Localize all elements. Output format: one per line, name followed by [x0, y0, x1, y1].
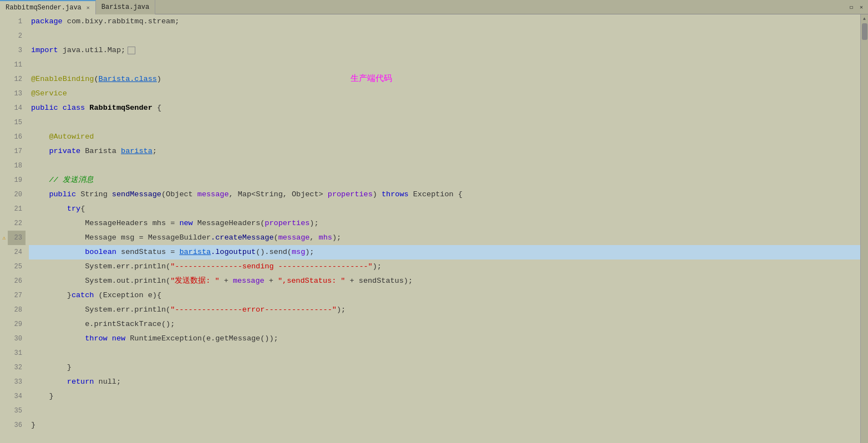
- linenum-30: 30: [8, 332, 26, 346]
- close-26: );: [404, 274, 413, 288]
- brace-try: {: [80, 202, 85, 216]
- linenum-32: 32: [8, 360, 26, 375]
- linenum-33: 33: [8, 375, 26, 389]
- line-21: try{: [29, 202, 860, 216]
- linenum-27: 27: [8, 288, 26, 303]
- todo-box: [128, 47, 135, 54]
- eq-24: =: [170, 245, 175, 259]
- scrollbar-right[interactable]: ▲: [860, 14, 868, 443]
- gutter-30: [0, 332, 8, 346]
- linenum-17: 17: [8, 144, 26, 159]
- arg-properties: properties: [265, 216, 309, 231]
- line-30: throw new RuntimeException(e.getMessage(…: [29, 332, 860, 346]
- line-12: @EnableBinding(Barista.class) 生产端代码: [29, 72, 860, 86]
- linenum-1: 1: [8, 14, 26, 29]
- type-object: Object: [166, 187, 193, 202]
- arg-mhs: mhs: [319, 231, 332, 245]
- editor-container: RabbitmqSender.java ✕ Barista.java ◻ ✕: [0, 0, 868, 443]
- gutter-23: ⚠: [0, 231, 8, 245]
- var-sendstatus: sendStatus: [121, 245, 166, 259]
- gutter-16: [0, 130, 8, 144]
- var-ss-26: sendStatus: [359, 274, 404, 288]
- close-28: );: [337, 303, 346, 317]
- gutter-25: [0, 259, 8, 274]
- code-content[interactable]: package com.bixy.rabbitmq.stream; import…: [29, 14, 860, 443]
- linenum-26: 26: [8, 274, 26, 288]
- comma-23: ,: [309, 231, 314, 245]
- gutter-18: [0, 159, 8, 173]
- gutter-32: [0, 360, 8, 375]
- linenum-19: 19: [8, 173, 26, 187]
- code-lines: package com.bixy.rabbitmq.stream; import…: [29, 14, 860, 432]
- barista-class-ref[interactable]: Barista.class: [99, 72, 157, 86]
- line-33: return null;: [29, 375, 860, 389]
- paren-22: (: [260, 216, 265, 231]
- kw-return: return: [67, 375, 94, 389]
- line-26: System.out.println("发送数据: " + message + …: [29, 274, 860, 288]
- str-data: "发送数据: ": [170, 274, 219, 288]
- str-sending: "---------------sending ----------------…: [170, 259, 373, 274]
- scroll-thumb[interactable]: [862, 23, 867, 40]
- param-message: message: [197, 187, 229, 202]
- linenum-25: 25: [8, 259, 26, 274]
- field-barista: barista: [121, 144, 153, 159]
- gutter-36: [0, 418, 8, 432]
- kw-package: package: [31, 14, 63, 29]
- line-35: [29, 404, 860, 418]
- close-button[interactable]: ✕: [857, 3, 866, 12]
- gutter-33: [0, 375, 8, 389]
- args-23: (: [274, 231, 278, 245]
- gutter-20: [0, 187, 8, 202]
- gutter-35: [0, 404, 8, 418]
- kw-public-20: public: [49, 187, 76, 202]
- line-16: @Autowired: [29, 130, 860, 144]
- annotation-service: @Service: [31, 86, 67, 101]
- linenum-35: 35: [8, 404, 26, 418]
- window-controls: ◻ ✕: [847, 3, 868, 12]
- eq-22: =: [170, 216, 175, 231]
- anno-close: ): [157, 72, 161, 86]
- linenum-29: 29: [8, 317, 26, 332]
- gutter-21: [0, 202, 8, 216]
- gutter-13: [0, 86, 8, 101]
- line-11: [29, 58, 860, 72]
- paren-close-20: ): [373, 187, 377, 202]
- brace-open: {: [157, 101, 161, 115]
- line-13: @Service: [29, 86, 860, 101]
- e-printstacktrace: e.printStackTrace();: [85, 317, 175, 332]
- type-msgheaders: MessageHeaders: [85, 216, 148, 231]
- scroll-up-arrow[interactable]: ▲: [861, 14, 869, 22]
- kw-new-30: new: [112, 332, 125, 346]
- line-29: e.printStackTrace();: [29, 317, 860, 332]
- paren-open-20: (: [161, 187, 166, 202]
- gutter-34: [0, 389, 8, 404]
- line-1: package com.bixy.rabbitmq.stream;: [29, 14, 860, 29]
- kw-private: private: [49, 144, 80, 159]
- line-27: }catch (Exception e){: [29, 288, 860, 303]
- eq-23: =: [139, 231, 143, 245]
- kw-public-14: public: [31, 101, 58, 115]
- dot-out-26: .out.println(: [112, 274, 170, 288]
- line-19: // 发送消息: [29, 173, 860, 187]
- import-path: java.util.Map;: [63, 43, 125, 58]
- linenum-2: 2: [8, 29, 26, 43]
- tab-rabbitmq-close[interactable]: ✕: [87, 4, 90, 11]
- var-mhs: mhs: [153, 216, 166, 231]
- arg-msg: message: [278, 231, 310, 245]
- kw-class: class: [63, 101, 85, 115]
- var-e: e: [148, 288, 153, 303]
- tab-barista[interactable]: Barista.java: [96, 0, 155, 14]
- linenum-23: 23: [8, 231, 26, 245]
- method-createmessage: .createMessage: [211, 231, 273, 245]
- line-32: }: [29, 360, 860, 375]
- line-31: [29, 346, 860, 360]
- plus-26a: +: [224, 274, 229, 288]
- tab-rabbitmq[interactable]: RabbitmqSender.java ✕: [0, 0, 96, 14]
- gutter-17: [0, 144, 8, 159]
- restore-button[interactable]: ◻: [847, 3, 856, 12]
- gutter-29: [0, 317, 8, 332]
- gutter-27: [0, 288, 8, 303]
- annotation-enablebinding: @EnableBinding: [31, 72, 94, 86]
- semi-17: ;: [153, 144, 157, 159]
- line-25: System.err.println("---------------sendi…: [29, 259, 860, 274]
